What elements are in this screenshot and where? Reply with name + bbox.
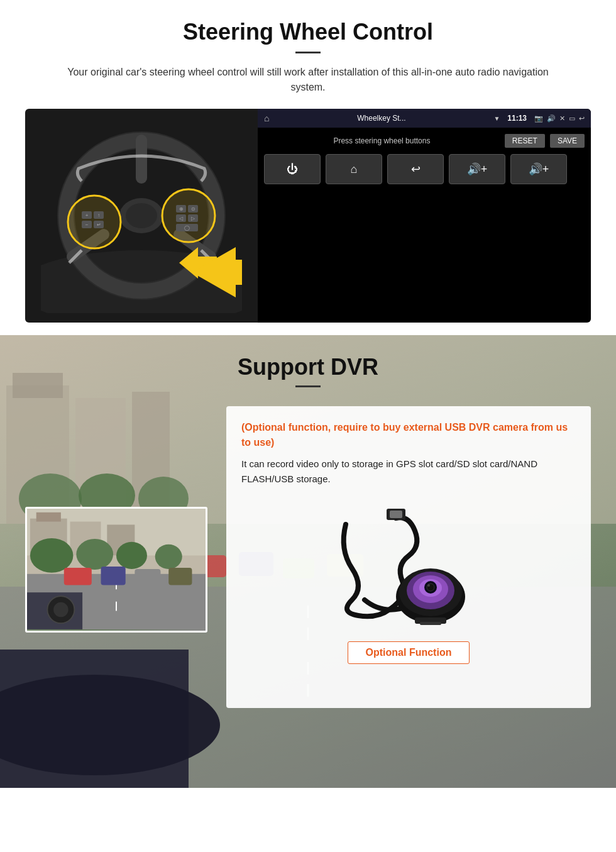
statusbar-back-icon: ↩ xyxy=(579,114,585,123)
svg-rect-50 xyxy=(36,512,61,522)
svg-text:◯: ◯ xyxy=(184,225,190,231)
dvr-optional-text: (Optional function, require to buy exter… xyxy=(241,420,576,450)
ctrl-vol-down[interactable]: 🔊+ xyxy=(449,154,505,184)
save-button[interactable]: SAVE xyxy=(550,134,585,148)
dvr-thumbnail xyxy=(25,507,207,633)
svg-text:↵: ↵ xyxy=(97,222,101,228)
dvr-section: Support DVR xyxy=(0,335,616,788)
ctrl-vol-up[interactable]: 🔊+ xyxy=(510,154,567,184)
steering-title: Steering Wheel Control xyxy=(25,19,591,45)
statusbar-screen-icon: ▭ xyxy=(569,114,575,123)
svg-point-8 xyxy=(126,203,157,228)
control-buttons-row: ⏻ ⌂ ↩ 🔊+ 🔊+ xyxy=(264,154,585,184)
svg-rect-62 xyxy=(135,569,160,585)
svg-point-54 xyxy=(76,539,113,570)
statusbar-title: Wheelkey St... xyxy=(273,114,490,123)
dvr-description: It can record video only to storage in G… xyxy=(241,456,576,487)
dvr-info-card: (Optional function, require to buy exter… xyxy=(226,406,591,708)
reset-button[interactable]: RESET xyxy=(505,134,545,148)
statusbar-vol-icon: 🔊 xyxy=(547,114,556,123)
steering-composite-image: + ↑ − ↵ ⊕ ⊙ ◁ ▷ ◯ xyxy=(25,109,591,323)
svg-point-53 xyxy=(30,538,74,573)
dvr-title: Support DVR xyxy=(25,354,591,380)
svg-rect-63 xyxy=(168,568,192,585)
svg-point-76 xyxy=(427,584,430,587)
dvr-thumb-svg xyxy=(27,507,206,631)
dvr-inner: Support DVR xyxy=(0,335,616,733)
statusbar-cam-icon: 📷 xyxy=(534,114,543,123)
dvr-camera-illustration xyxy=(327,499,490,625)
android-content: Press steering wheel buttons RESET SAVE … xyxy=(258,128,591,323)
title-divider-2 xyxy=(295,385,321,387)
title-divider-1 xyxy=(295,52,321,53)
steering-section: Steering Wheel Control Your original car… xyxy=(0,0,616,335)
steering-wheel-svg: + ↑ − ↵ ⊕ ⊙ ◁ ▷ ◯ xyxy=(41,118,242,313)
svg-rect-78 xyxy=(420,622,441,625)
svg-point-55 xyxy=(116,542,147,569)
control-bar-label: Press steering wheel buttons xyxy=(264,136,500,145)
svg-rect-60 xyxy=(64,568,92,585)
svg-point-56 xyxy=(155,545,182,569)
svg-text:▷: ▷ xyxy=(191,216,195,221)
ctrl-power[interactable]: ⏻ xyxy=(264,154,321,184)
svg-text:⊕: ⊕ xyxy=(179,206,184,212)
svg-text:↑: ↑ xyxy=(97,213,100,218)
svg-rect-68 xyxy=(390,511,402,518)
steering-description: Your original car's steering wheel contr… xyxy=(50,65,566,95)
dvr-layout: (Optional function, require to buy exter… xyxy=(25,406,591,708)
statusbar-x-icon: ✕ xyxy=(559,114,565,123)
svg-text:◁: ◁ xyxy=(179,216,184,221)
control-bar: Press steering wheel buttons RESET SAVE xyxy=(264,134,585,148)
ctrl-back[interactable]: ↩ xyxy=(387,154,444,184)
dvr-camera-svg xyxy=(327,499,490,625)
home-icon: ⌂ xyxy=(264,113,269,123)
svg-text:−: − xyxy=(85,222,89,228)
svg-text:⊙: ⊙ xyxy=(191,206,195,212)
svg-text:+: + xyxy=(85,213,89,218)
svg-point-66 xyxy=(53,602,69,617)
statusbar-time: 11:13 xyxy=(507,114,527,123)
statusbar-signal: ▼ xyxy=(493,115,500,122)
ctrl-home[interactable]: ⌂ xyxy=(326,154,382,184)
steering-photo: + ↑ − ↵ ⊕ ⊙ ◁ ▷ ◯ xyxy=(25,109,258,323)
optional-function-button[interactable]: Optional Function xyxy=(348,641,470,664)
android-ui-panel: ⌂ Wheelkey St... ▼ 11:13 📷 🔊 ✕ ▭ ↩ Press… xyxy=(258,109,591,323)
dvr-left-panel xyxy=(25,507,207,633)
svg-rect-61 xyxy=(101,567,126,585)
android-statusbar: ⌂ Wheelkey St... ▼ 11:13 📷 🔊 ✕ ▭ ↩ xyxy=(258,109,591,128)
